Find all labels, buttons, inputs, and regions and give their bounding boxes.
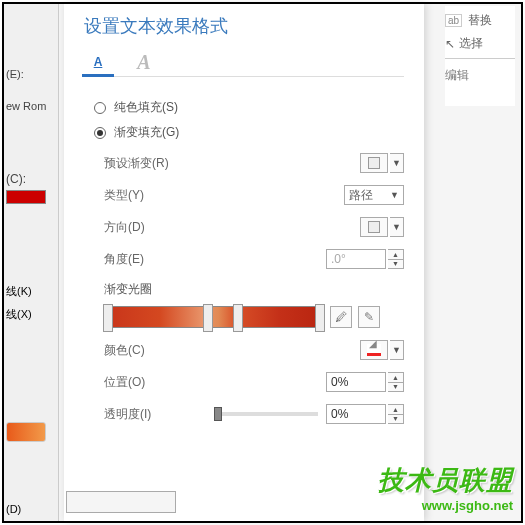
panel-title: 设置文本效果格式: [84, 14, 404, 38]
radio-icon: [94, 102, 106, 114]
chevron-down-icon[interactable]: ▼: [390, 217, 404, 237]
watermark-url: www.jsgho.net: [378, 498, 513, 513]
gradient-stop[interactable]: [203, 304, 213, 332]
transparency-spinner[interactable]: ▲▼: [388, 404, 404, 424]
angle-spinner[interactable]: ▲▼: [388, 249, 404, 269]
preset-gradient-label: 预设渐变(R): [94, 155, 214, 172]
tab-text-outline[interactable]: A: [130, 48, 158, 76]
color-label: 颜色(C): [94, 342, 214, 359]
left-label-x: 线(X): [6, 307, 56, 322]
ribbon-edit-label: 编辑: [445, 67, 515, 84]
ribbon-replace[interactable]: ab替换: [445, 12, 515, 29]
watermark: 技术员联盟 www.jsgho.net: [378, 463, 513, 513]
tab-text-fill[interactable]: A: [84, 48, 112, 76]
direction-dropdown[interactable]: [360, 217, 388, 237]
chevron-down-icon[interactable]: ▼: [390, 153, 404, 173]
cursor-icon: ↖: [445, 37, 455, 51]
left-label-c: (C):: [6, 172, 56, 186]
preset-gradient-dropdown[interactable]: [360, 153, 388, 173]
left-label-f: (E):: [6, 68, 56, 80]
transparency-slider[interactable]: [214, 412, 318, 416]
transparency-input[interactable]: 0%: [326, 404, 386, 424]
gradient-stop[interactable]: [103, 304, 113, 332]
gradient-stops-strip[interactable]: [104, 306, 324, 328]
angle-label: 角度(E): [94, 251, 214, 268]
ribbon-separator: [445, 58, 515, 59]
color-dropdown[interactable]: [360, 340, 388, 360]
left-label-d: (D): [6, 503, 21, 515]
remove-stop-button[interactable]: ✎: [358, 306, 380, 328]
slider-thumb[interactable]: [214, 407, 222, 421]
radio-solid-fill[interactable]: 纯色填充(S): [94, 99, 404, 116]
ribbon-select[interactable]: ↖选择: [445, 35, 515, 52]
left-color-swatch[interactable]: [6, 190, 46, 204]
left-label-k: 线(K): [6, 284, 56, 299]
position-label: 位置(O): [94, 374, 214, 391]
watermark-logo: 技术员联盟: [378, 463, 513, 498]
transparency-label: 透明度(I): [94, 406, 214, 423]
position-spinner[interactable]: ▲▼: [388, 372, 404, 392]
position-input[interactable]: 0%: [326, 372, 386, 392]
direction-label: 方向(D): [94, 219, 214, 236]
radio-gradient-fill[interactable]: 渐变填充(G): [94, 124, 404, 141]
left-font-sample: ew Rom: [6, 100, 56, 112]
gradient-stop[interactable]: [233, 304, 243, 332]
type-dropdown[interactable]: 路径▼: [344, 185, 404, 205]
paint-bucket-icon: [367, 344, 381, 356]
left-gradient-swatch[interactable]: [6, 422, 46, 442]
left-background-pane: (E): ew Rom (C): 线(K) 线(X) (D): [4, 4, 59, 521]
chevron-down-icon: ▼: [390, 190, 399, 200]
ribbon-editing-group: ab替换 ↖选择 编辑: [445, 6, 515, 106]
gradient-stops-label: 渐变光圈: [94, 281, 404, 298]
bottom-button[interactable]: [66, 491, 176, 513]
text-effects-panel: 设置文本效果格式 A A 纯色填充(S) 渐变填充(G) 预设渐变(R) ▼: [64, 4, 424, 521]
radio-icon-selected: [94, 127, 106, 139]
add-stop-button[interactable]: 🖉: [330, 306, 352, 328]
chevron-down-icon[interactable]: ▼: [390, 340, 404, 360]
panel-tabs: A A: [84, 48, 404, 77]
gradient-stop[interactable]: [315, 304, 325, 332]
type-label: 类型(Y): [94, 187, 214, 204]
angle-input[interactable]: .0°: [326, 249, 386, 269]
